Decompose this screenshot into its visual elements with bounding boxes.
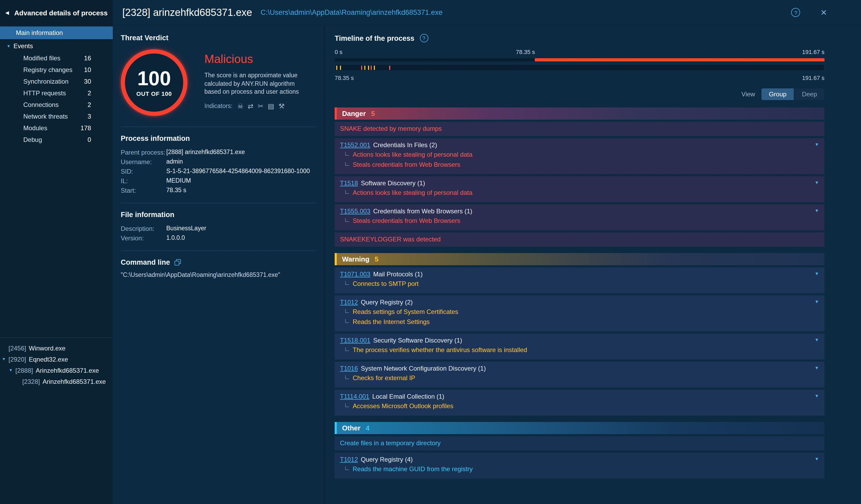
scissors-icon[interactable]: ✂	[258, 103, 263, 109]
technique-title-row[interactable]: T1114.001 Local Email Collection (1)▾	[340, 392, 819, 401]
process-title: [2328] arinzehfkd685371.exe	[122, 6, 252, 18]
timeline-help-icon[interactable]: ?	[420, 34, 428, 42]
technique-link[interactable]: T1071.003	[340, 271, 370, 278]
sidebar-item-http-requests[interactable]: HTTP requests2	[0, 87, 113, 99]
card-icon[interactable]: ▤	[268, 103, 274, 109]
event-count-badge: 30	[84, 78, 91, 85]
chevron-down-icon[interactable]: ▾	[816, 337, 818, 342]
process-pid: [2328]	[22, 378, 40, 385]
process-information-title: Process information	[121, 135, 316, 142]
chevron-down-icon[interactable]: ▾	[816, 299, 818, 304]
technique-link[interactable]: T1114.001	[340, 393, 369, 400]
signature-sub-row[interactable]: Accesses Microsoft Outlook profiles	[340, 401, 819, 411]
process-tree-item[interactable]: ▾[2456]Winword.exe	[0, 342, 113, 354]
technique-title-row[interactable]: T1518 Software Discovery (1)▾	[340, 179, 819, 188]
technique-link[interactable]: T1016	[340, 365, 358, 372]
signature-sub-row[interactable]: Steals credentials from Web Browsers	[340, 216, 819, 226]
event-label: Network threats	[23, 113, 68, 120]
technique-link[interactable]: T1518	[340, 179, 358, 187]
signature-row[interactable]: SNAKEKEYLOGGER was detected	[334, 232, 824, 247]
signature-sub-row[interactable]: Reads the Internet Settings	[340, 317, 819, 327]
signature-sub-row[interactable]: Reads settings of System Certificates	[340, 307, 819, 317]
view-group-button[interactable]: Group	[762, 88, 794, 100]
signature-sub-row[interactable]: Actions looks like stealing of personal …	[340, 150, 819, 160]
sidebar-back-header[interactable]: ◀ Advanced details of process	[0, 0, 113, 25]
sidebar-item-modules[interactable]: Modules178	[0, 122, 113, 134]
tools-icon[interactable]: ⚒	[278, 103, 285, 109]
sidebar-item-connections[interactable]: Connections2	[0, 99, 113, 111]
process-tree-item[interactable]: ▾[2328]Arinzehfkd685371.exe	[0, 376, 113, 387]
view-deep-button[interactable]: Deep	[794, 88, 824, 100]
process-pid: [2888]	[15, 367, 33, 374]
technique-title-row[interactable]: T1518.001 Security Software Discovery (1…	[340, 336, 819, 345]
technique-title-row[interactable]: T1071.003 Mail Protocols (1)▾	[340, 270, 819, 279]
technique-title-row[interactable]: T1016 System Network Configuration Disco…	[340, 364, 819, 373]
sidebar-item-network-threats[interactable]: Network threats3	[0, 111, 113, 122]
signature-text: Reads the machine GUID from the registry	[353, 465, 473, 473]
chevron-down-icon[interactable]: ▾	[816, 142, 818, 147]
back-arrow-icon[interactable]: ◀	[5, 10, 9, 15]
verdict-block: 100 OUT OF 100 Malicious The score is an…	[121, 49, 316, 116]
signature-sub-row[interactable]: Connects to SMTP port	[340, 279, 819, 289]
signature-sub-row[interactable]: Steals credentials from Web Browsers	[340, 160, 819, 170]
tree-elbow-icon	[345, 162, 349, 165]
other-section-header[interactable]: Other4	[334, 422, 824, 434]
sidebar-item-debug[interactable]: Debug0	[0, 134, 113, 146]
sidebar-item-modified-files[interactable]: Modified files16	[0, 52, 113, 64]
technique-title-row[interactable]: T1012 Query Registry (4)▾	[340, 455, 819, 464]
timeline-tick-strip[interactable]	[334, 64, 824, 71]
signature-text: Actions looks like stealing of personal …	[353, 151, 472, 159]
section-label: Danger	[342, 110, 366, 118]
signature-sub-row[interactable]: Checks for external IP	[340, 373, 819, 383]
technique-title-row[interactable]: T1012 Query Registry (2)▾	[340, 298, 819, 307]
technique-link[interactable]: T1012	[340, 299, 358, 306]
signature-row[interactable]: Create files in a temporary directory	[334, 436, 824, 451]
signature-sub-row[interactable]: The process verifies whether the antivir…	[340, 345, 819, 355]
timeline-lifetime-strip[interactable]	[334, 58, 824, 62]
technique-card: T1518 Software Discovery (1)▾Actions loo…	[334, 176, 824, 202]
technique-link[interactable]: T1012	[340, 456, 358, 463]
technique-title-row[interactable]: T1555.003 Credentials from Web Browsers …	[340, 207, 819, 216]
indicators-row: Indicators: ☠⇄✂▤⚒	[204, 103, 309, 109]
help-icon[interactable]: ?	[791, 8, 801, 17]
score-value: 100	[137, 68, 171, 88]
caret-down-icon[interactable]: ▾	[3, 357, 8, 362]
signature-text: Reads settings of System Certificates	[353, 308, 458, 316]
chevron-down-icon[interactable]: ▾	[816, 180, 818, 185]
process-name: Eqnedt32.exe	[29, 355, 68, 363]
process-tree-item[interactable]: ▾[2888]Arinzehfkd685371.exe	[0, 365, 113, 376]
sidebar-item-main-information[interactable]: Main information	[0, 26, 113, 39]
technique-title-row[interactable]: T1552.001 Credentials In Files (2)▾	[340, 141, 819, 150]
process-details-panel: Threat Verdict 100 OUT OF 100 Malicious …	[113, 25, 325, 504]
timeline-event-tick	[365, 66, 366, 70]
copy-icon[interactable]	[174, 259, 181, 266]
process-path-link[interactable]: C:\Users\admin\AppData\Roaming\arinzehfk…	[261, 9, 442, 16]
tree-elbow-icon	[345, 309, 349, 313]
technique-link[interactable]: T1555.003	[340, 207, 370, 215]
technique-link[interactable]: T1518.001	[340, 337, 370, 344]
chevron-down-icon[interactable]: ▾	[816, 393, 818, 399]
chevron-down-icon[interactable]: ▾	[816, 457, 818, 462]
signature-sub-row[interactable]: Actions looks like stealing of personal …	[340, 188, 819, 198]
signature-sub-row[interactable]: Reads the machine GUID from the registry	[340, 464, 819, 474]
technique-name: Software Discovery (1)	[359, 179, 425, 187]
sidebar-item-registry-changes[interactable]: Registry changes10	[0, 64, 113, 76]
chevron-down-icon[interactable]: ▾	[816, 208, 818, 213]
signature-row[interactable]: SNAKE detected by memory dumps	[334, 122, 824, 136]
warning-section-header[interactable]: Warning5	[334, 253, 824, 265]
caret-down-icon[interactable]: ▾	[10, 368, 15, 373]
chevron-down-icon[interactable]: ▾	[816, 271, 818, 276]
timeline-event-tick	[371, 66, 372, 70]
event-count-badge: 2	[87, 90, 91, 97]
skull-icon[interactable]: ☠	[237, 103, 243, 109]
sidebar-group-events[interactable]: ▾ Events	[0, 39, 113, 52]
technique-link[interactable]: T1552.001	[340, 141, 370, 149]
technique-card: T1071.003 Mail Protocols (1)▾Connects to…	[334, 267, 824, 293]
process-tree-item[interactable]: ▾[2920]Eqnedt32.exe	[0, 354, 113, 365]
chevron-down-icon[interactable]: ▾	[816, 365, 818, 371]
danger-section-header[interactable]: Danger5	[334, 108, 824, 120]
sidebar-item-synchronization[interactable]: Synchronization30	[0, 76, 113, 87]
tree-elbow-icon	[345, 347, 349, 351]
close-icon[interactable]: ✕	[820, 8, 827, 17]
swap-arrows-icon[interactable]: ⇄	[248, 103, 254, 109]
